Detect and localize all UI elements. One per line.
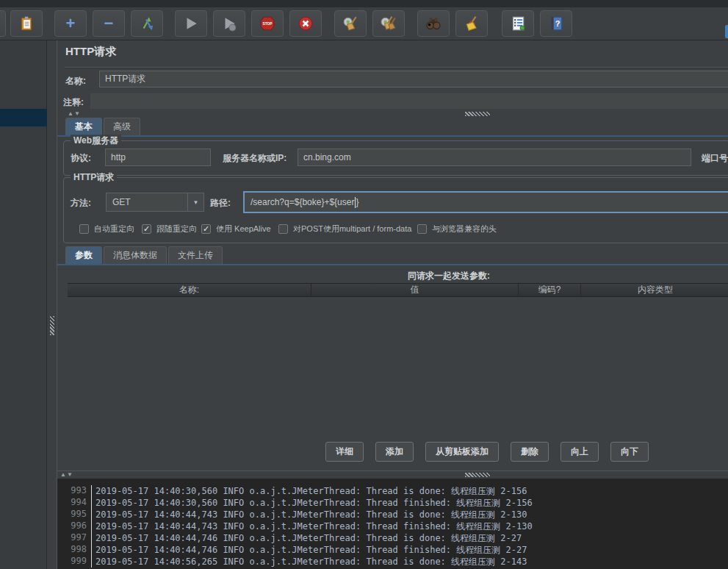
horizontal-splitter-top[interactable]: ▲▼ xyxy=(57,110,728,118)
main-tabbar: 基本 高级 xyxy=(65,118,140,135)
start-button[interactable] xyxy=(175,10,207,37)
checkbox-keepalive[interactable]: ✓ 使用 KeepAlive xyxy=(201,223,271,235)
log-line: 9982019-05-17 14:40:44,746 INFO o.a.j.t.… xyxy=(57,544,728,556)
tabbar-underline xyxy=(57,135,728,137)
checkbox-checked-icon[interactable]: ✓ xyxy=(201,224,211,234)
body-tabbar-underline xyxy=(57,264,728,265)
broom-icon xyxy=(464,15,480,32)
checkbox-browser-compatible-headers[interactable]: 与浏览器兼容的头 xyxy=(417,223,497,235)
clipboard-paste-icon xyxy=(18,15,35,32)
params-table-caption: 同请求一起发送参数: xyxy=(170,270,728,282)
clear-all-button[interactable] xyxy=(372,10,405,37)
protocol-label: 协议: xyxy=(71,152,91,165)
http-request-legend: HTTP请求 xyxy=(71,171,117,184)
method-dropdown[interactable]: GET ▼ xyxy=(106,193,204,212)
web-server-legend: Web服务器 xyxy=(71,135,121,147)
dropdown-arrow-icon[interactable]: ▼ xyxy=(187,193,203,211)
path-input[interactable]: /search?q=${boke}+${user} xyxy=(243,191,728,213)
splitter-handle-icon[interactable] xyxy=(465,112,490,116)
search-button[interactable] xyxy=(417,10,450,37)
log-line: 9992019-05-17 14:40:56,265 INFO o.a.j.t.… xyxy=(57,556,728,568)
column-header-encode[interactable]: 编码? xyxy=(519,284,581,296)
test-plan-tree[interactable] xyxy=(0,40,47,569)
splitter-arrows-icon[interactable]: ▲▼ xyxy=(68,110,81,117)
page-title: HTTP请求 xyxy=(65,45,116,59)
log-line: 9942019-05-17 14:40:30,560 INFO o.a.j.t.… xyxy=(57,497,728,509)
checkbox-icon[interactable] xyxy=(417,224,427,234)
stop-button[interactable]: STOP xyxy=(251,10,284,37)
svg-text:?: ? xyxy=(555,19,561,28)
log-viewer[interactable]: 9932019-05-17 14:40:30,560 INFO o.a.j.t.… xyxy=(57,479,728,569)
comment-label: 注释: xyxy=(63,96,84,109)
checkbox-follow-redirects-auto[interactable]: 自动重定向 xyxy=(79,223,134,235)
add-from-clipboard-button[interactable]: 从剪贴板添加 xyxy=(425,442,499,462)
checkbox-multipart[interactable]: 对POST使用multipart / form-data xyxy=(278,223,411,235)
checkbox-follow-redirects[interactable]: ✓ 跟随重定向 xyxy=(142,223,197,235)
server-input[interactable] xyxy=(298,148,691,166)
splitter-arrows-icon[interactable]: ▲▼ xyxy=(60,471,73,478)
delete-row-button[interactable]: 删除 xyxy=(511,442,549,462)
name-label: 名称: xyxy=(65,75,86,87)
tab-parameters[interactable]: 参数 xyxy=(65,246,102,264)
http-request-group: 方法: GET ▼ 路径: /search?q=${boke}+${user} … xyxy=(63,177,728,243)
horizontal-splitter-log[interactable]: ▲▼ xyxy=(57,470,728,478)
plus-icon: + xyxy=(66,15,76,32)
clear-button[interactable] xyxy=(334,10,367,37)
http-request-panel: HTTP请求 名称: 注释: ▲▼ 基本 高级 协议: 服务器名称或IP: 端口… xyxy=(57,40,728,470)
body-tabbar: 参数 消息体数据 文件上传 xyxy=(65,246,223,264)
method-value: GET xyxy=(107,197,187,207)
gear-broom-icon xyxy=(342,15,358,32)
splitter-handle-icon[interactable] xyxy=(465,473,490,477)
column-header-value[interactable]: 值 xyxy=(311,284,519,296)
path-text: /search?q=${boke}+${user xyxy=(251,197,354,207)
add-row-button[interactable]: 添加 xyxy=(375,442,414,462)
toolbar-partial-button[interactable] xyxy=(0,10,6,37)
vertical-splitter[interactable] xyxy=(48,40,57,569)
detail-button[interactable]: 详细 xyxy=(325,442,364,462)
tab-advanced[interactable]: 高级 xyxy=(104,118,140,135)
toolbar: + − STOP ? xyxy=(0,7,728,40)
title-separator xyxy=(65,67,728,68)
checkbox-checked-icon[interactable]: ✓ xyxy=(142,224,151,234)
column-header-content-type[interactable]: 内容类型 xyxy=(581,284,728,296)
play-no-pause-icon xyxy=(221,15,237,32)
gear-two-brooms-icon xyxy=(381,15,397,32)
start-no-timers-button[interactable] xyxy=(213,10,245,37)
log-line: 9952019-05-17 14:40:44,743 INFO o.a.j.t.… xyxy=(57,509,728,520)
path-text-tail: } xyxy=(356,197,358,207)
window-top-strip xyxy=(0,0,728,7)
column-header-name[interactable]: 名称: xyxy=(68,284,311,296)
tree-selected-row[interactable] xyxy=(0,109,47,126)
swap-arrows-icon xyxy=(139,15,155,32)
checkbox-icon[interactable] xyxy=(79,224,89,234)
name-input[interactable] xyxy=(99,71,728,87)
log-line: 9932019-05-17 14:40:30,560 INFO o.a.j.t.… xyxy=(57,485,728,497)
paste-button[interactable] xyxy=(10,10,43,37)
options-row: 自动重定向 ✓ 跟随重定向 ✓ 使用 KeepAlive 对POST使用mult… xyxy=(64,223,728,237)
move-up-button[interactable]: 向上 xyxy=(561,442,599,462)
move-down-button[interactable]: 向下 xyxy=(610,442,649,462)
binoculars-icon xyxy=(425,15,442,32)
remove-button[interactable]: − xyxy=(93,10,125,37)
swap-arrows-button[interactable] xyxy=(131,10,163,37)
red-cross-circle-icon xyxy=(298,15,314,32)
vertical-splitter-handle-icon[interactable] xyxy=(50,316,54,335)
add-button[interactable]: + xyxy=(54,10,87,37)
stop-sign-icon: STOP xyxy=(259,15,275,32)
web-server-group: 协议: 服务器名称或IP: 端口号: xyxy=(63,140,728,176)
help-button[interactable]: ? xyxy=(540,10,572,37)
comment-input[interactable] xyxy=(90,93,728,109)
params-table-buttons: 详细 添加 从剪贴板添加 删除 向上 向下 xyxy=(325,442,649,462)
search-reset-button[interactable] xyxy=(455,10,488,37)
function-list-icon xyxy=(510,15,526,32)
method-label: 方法: xyxy=(71,197,91,210)
checkbox-icon[interactable] xyxy=(278,224,288,234)
tab-files-upload[interactable]: 文件上传 xyxy=(168,246,223,264)
tab-body-data[interactable]: 消息体数据 xyxy=(104,246,167,264)
svg-text:STOP: STOP xyxy=(262,22,273,26)
protocol-input[interactable] xyxy=(105,148,211,166)
shutdown-button[interactable] xyxy=(289,10,322,37)
help-book-icon: ? xyxy=(548,15,564,32)
function-helper-button[interactable] xyxy=(502,10,534,37)
tab-basic[interactable]: 基本 xyxy=(65,118,102,135)
